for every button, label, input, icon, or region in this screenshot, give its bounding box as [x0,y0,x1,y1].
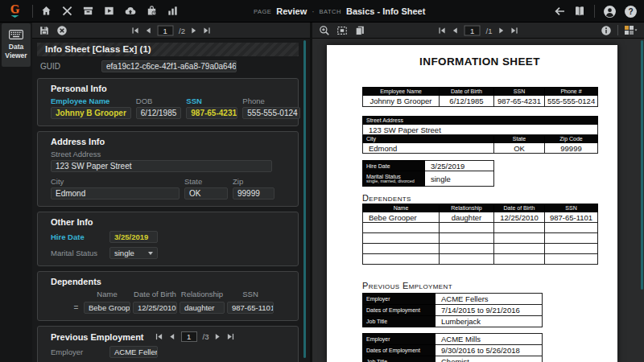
doc-empty-cell [363,233,440,244]
divider [32,5,33,18]
dependent-name-field[interactable]: Bebe Grooper [84,302,130,314]
dob-label: DOB [136,97,182,105]
doc-cell: 3/25/2019 [425,161,494,171]
zoom-icon[interactable] [319,25,330,36]
next-page-button[interactable] [497,27,505,34]
topbar-right-group: ? [553,0,638,23]
viewer-scrollbar[interactable] [641,40,643,290]
doc-th: Dates of Employment [363,305,436,316]
doc-empty-cell [363,244,440,254]
help-icon[interactable]: ? [624,5,638,19]
batch-value: Basics - Info Sheet [346,6,425,16]
current-page-input[interactable]: 1 [464,25,481,35]
doc-th: Job Title [363,356,436,362]
keyboard-icon [9,30,23,39]
doc-th: State [494,135,545,143]
bar-chart-icon[interactable] [167,5,179,17]
doc-th: City [363,135,494,143]
doc-cell: 987-65-4231 [494,96,545,107]
prev-page-button[interactable] [144,27,151,34]
street-address-field[interactable]: 123 SW Paper Street [51,160,272,172]
city-field[interactable]: Edmond [51,187,180,200]
last-page-button[interactable] [204,27,211,34]
close-icon[interactable] [56,25,68,36]
cloud-upload-icon[interactable] [124,5,137,17]
document-pager: 1 /2 [131,25,211,35]
doc-cell: 6/12/1985 [440,96,494,107]
doc-th: Employer [363,334,436,345]
col-ssn: SSN [227,290,274,298]
current-record-input[interactable]: 1 [181,331,197,342]
doc-cell: ACME Fellers [436,294,543,305]
next-page-button[interactable] [191,27,198,34]
section-title: Other Info [51,217,290,227]
region-select-icon[interactable] [336,25,348,36]
doc-cell: 123 SW Paper Street [363,125,598,135]
employer-label: Employer [51,348,109,356]
prev-page-button[interactable] [452,27,459,34]
employer-field[interactable]: ACME Fellers [109,346,158,358]
top-bar: G PAGE Review · BATCH Basics - Info Shee… [0,0,644,23]
archive-box-icon[interactable] [82,5,94,17]
doc-cell: Lumberjack [436,316,543,327]
data-panel-scrollbar[interactable] [303,40,306,358]
current-page-input[interactable]: 1 [157,25,173,35]
home-icon[interactable] [40,5,52,17]
pages-icon[interactable] [354,25,365,36]
tools-icon[interactable] [61,5,73,17]
doc-th: Marital Status single, married, divorced [363,171,425,187]
save-icon[interactable] [39,25,50,36]
box-play-icon[interactable] [103,5,115,17]
dependent-relationship-field[interactable]: daughter [180,302,225,314]
section-title: Address Info [51,137,290,146]
state-field[interactable]: OK [184,187,228,200]
row-handle[interactable]: = [71,303,81,312]
doc-th: Date of Birth [440,88,494,96]
data-viewer-tab[interactable]: Data Viewer [2,23,31,67]
grooper-logo[interactable]: G [0,4,30,18]
bag-clock-icon[interactable] [146,5,158,17]
first-page-button[interactable] [131,27,138,34]
employment-pager: 1 /3 [155,331,235,342]
hire-date-field[interactable]: 3/25/2019 [109,231,158,243]
next-record-button[interactable] [214,333,221,340]
doc-employee-table: Employee Name Date of Birth SSN Phone # … [362,87,598,107]
last-record-button[interactable] [227,333,234,340]
display-settings-icon[interactable] [624,25,638,35]
prev-record-button[interactable] [168,333,175,340]
guid-field[interactable]: efa19c12-c6ce-42f1-a6a8-79a0a64666fc [101,60,237,72]
zip-label: Zip [233,177,275,186]
marital-status-value: single [114,248,134,258]
dependents-section: Dependents Name Date of Birth Relationsh… [37,271,299,321]
dependent-ssn-field[interactable]: 987-65-1101 [227,302,274,314]
logo-anchor-icon [11,15,19,18]
doc-th: SSN [545,204,598,212]
doc-hire-table: Hire Date 3/25/2019 Marital Status singl… [362,160,494,187]
book-icon[interactable] [573,5,586,18]
col-dob: Date of Birth [133,290,177,298]
first-record-button[interactable] [155,333,163,340]
marital-status-select[interactable]: single [109,247,158,259]
dependent-dob-field[interactable]: 12/25/2010 [133,302,177,314]
divider [617,25,618,35]
doc-th: Employee Name [363,88,440,96]
guid-row: GUID efa19c12-c6ce-42f1-a6a8-79a0a64666f… [40,60,299,72]
ssn-field[interactable]: 987-65-4231 [186,107,237,119]
doc-cell: 7/14/2015 to 9/21/2016 [436,305,543,316]
doc-cell: 9/30/2016 to 5/26/2018 [436,345,543,356]
user-icon[interactable] [603,5,617,19]
first-page-button[interactable] [439,27,446,34]
last-page-button[interactable] [510,27,518,34]
doc-employment-heading: Previous Employment [362,281,597,290]
data-viewer-label: Data Viewer [2,43,31,60]
info-icon[interactable] [601,25,612,36]
col-relationship: Relationship [180,290,225,298]
dob-field[interactable]: 6/12/1985 [136,107,182,119]
zip-field[interactable]: 99999 [233,187,275,200]
doc-employment-block: Employer ACME Fellers Dates of Employmen… [362,293,543,327]
document-page[interactable]: INFORMATION SHEET Employee Name Date of … [327,45,617,362]
data-form-body: Info Sheet [Class Ex] (1) GUID efa19c12-… [32,39,300,362]
phone-field[interactable]: 555-555-0124 [242,107,300,119]
back-arrow-icon[interactable] [553,5,566,18]
employee-name-field[interactable]: Johnny B Grooper [51,107,131,119]
